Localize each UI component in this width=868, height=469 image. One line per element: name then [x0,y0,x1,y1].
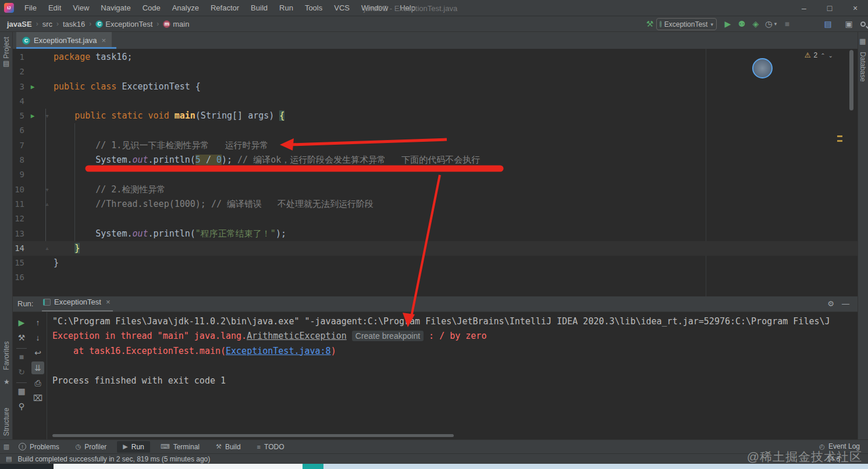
tab-label: ExceptionTest.java [34,36,97,45]
rerun-failed-icon[interactable]: ↻ [15,366,28,378]
coverage-button[interactable]: ◈ [749,18,762,30]
gutter-icons [24,270,41,285]
print-icon[interactable]: ⎙ [31,377,44,389]
toolwindow-button-terminal[interactable]: ⌨Terminal [155,441,205,453]
build-project-button[interactable]: ⚒ [643,18,656,30]
toolwindow-favorites-button[interactable]: Favorites [2,341,10,370]
layout-settings-icon[interactable]: ▦ [15,385,28,398]
code-editor[interactable]: 1package task16;23▶public class Exceptio… [13,49,858,296]
menu-refactor[interactable]: Refactor [205,1,244,15]
fold-marker[interactable]: ▵ [41,197,54,212]
error-stripe-mark[interactable] [837,135,842,137]
menu-build[interactable]: Build [246,1,273,15]
toolwindow-button-problems[interactable]: !Problems [13,441,65,453]
console-line [52,359,830,373]
restore-button[interactable]: □ [817,0,842,16]
run-anything-button[interactable]: ▣ [842,18,855,30]
console-tab-label: ExceptionTest [54,298,101,306]
console-hscrollbar[interactable] [52,434,454,437]
breadcrumb-src[interactable]: src [42,20,52,28]
clear-console-icon[interactable]: ⌧ [31,392,44,404]
tab-exceptiontest-java[interactable]: C ExceptionTest.java × [16,32,112,49]
code-text: package task16; [54,50,132,65]
menu-code[interactable]: Code [137,1,166,15]
console-tab-exceptiontest[interactable]: ExceptionTest × [43,298,111,306]
menu-run[interactable]: Run [274,1,298,15]
stop-button[interactable]: ■ [781,18,794,30]
code-line: 3▶public class ExceptionTest { [13,80,858,94]
toolwindow-button-profiler[interactable]: ◷Profiler [70,441,113,453]
menu-view[interactable]: View [67,1,94,15]
toolwindow-button-run[interactable]: ▶Run [117,441,150,453]
menu-navigate[interactable]: Navigate [95,1,136,15]
scroll-to-end-icon[interactable]: ⇊ [31,361,44,374]
run-button[interactable]: ▶ [721,18,734,30]
toolwindow-buttons: !Problems◷Profiler▶Run⌨Terminal⚒Build≡TO… [13,441,294,453]
status-message[interactable]: Build completed successfully in 2 sec, 8… [17,455,210,463]
line-number: 10 [13,182,24,197]
close-button[interactable]: × [842,0,868,16]
console-tab-close-icon[interactable]: × [106,298,111,306]
toolwindow-button-build[interactable]: ⚒Build [210,441,247,453]
folder-icon[interactable]: ▤ [3,59,9,67]
fold-marker[interactable]: ▿ [41,182,54,197]
toolwindow-project-button[interactable]: Project [2,37,10,58]
fold-marker[interactable]: ▵ [41,241,54,256]
breadcrumb-javase[interactable]: javaSE [7,20,32,28]
menu-vcs[interactable]: VCS [329,1,355,15]
taskbar-segment [54,464,303,469]
error-stripe-mark[interactable] [837,140,842,142]
menu-analyze[interactable]: Analyze [167,1,204,15]
next-stack-trace-icon[interactable]: ↓ [31,331,44,344]
database-grid-icon[interactable]: ▦ [859,37,866,45]
hide-panel-icon[interactable]: — [842,299,849,308]
breadcrumb-separator: › [89,20,91,28]
inspections-widget[interactable]: ⚠ 2 ⌃ ⌄ [805,51,833,59]
breadcrumb-separator: › [56,20,59,28]
fold-marker [41,153,54,167]
gutter-icons [24,50,41,65]
menu-file[interactable]: File [19,1,42,15]
method-icon: m [163,20,170,28]
profiler-dropdown-icon[interactable]: ▾ [773,18,778,30]
gear-icon[interactable]: ⚙ [827,299,834,308]
profiler-icon: ◷ [76,443,81,450]
breadcrumb-exceptiontest[interactable]: CExceptionTest [95,20,152,28]
minimize-button[interactable]: – [791,0,817,16]
pin-tab-icon[interactable]: ⚲ [15,400,28,413]
class-icon: C [22,37,30,45]
menu-tools[interactable]: Tools [300,1,328,15]
run-line-icon[interactable]: ▶ [31,109,35,123]
menu-edit[interactable]: Edit [43,1,66,15]
prev-error-icon[interactable]: ⌃ [820,52,825,59]
prev-stack-trace-icon[interactable]: ↑ [31,316,44,329]
fold-marker [41,80,54,94]
soft-wrap-icon[interactable]: ↩ [31,346,44,359]
build-wrench-icon[interactable]: ⚒ [15,331,28,344]
run-line-icon[interactable]: ▶ [31,80,35,94]
problems-icon: ! [19,443,26,450]
tab-close-icon[interactable]: × [101,36,106,45]
toolwindow-button-todo[interactable]: ≡TODO [251,441,290,453]
toolwindow-switcher-icon[interactable]: ▥ [0,443,13,450]
toolwindow-structure-button[interactable]: Structure [2,408,10,436]
toolwindow-database-button[interactable]: Database [859,52,867,81]
search-everywhere-button[interactable] [856,18,868,30]
stop-button[interactable]: ■ [15,350,28,363]
breadcrumb-main[interactable]: mmain [163,20,189,28]
code-line: 7 // 1.见识一下非检测性异常 运行时异常 [13,138,858,153]
rerun-button[interactable]: ▶ [15,316,28,329]
run-console[interactable]: ▶⚒■↻▦⚲ ↑↓↩⇊⎙⌧ "C:\Program Files\Java\jdk… [13,312,858,439]
star-icon[interactable]: ★ [3,378,10,386]
debug-button[interactable]: ⚉ [735,18,748,30]
console-link[interactable]: ExceptionTest.java:8 [226,346,331,356]
fold-marker[interactable]: ▿ [41,109,54,123]
editor-scrollbar[interactable] [849,50,853,110]
console-link[interactable]: ArithmeticException [247,331,347,341]
breadcrumb-separator: › [156,20,159,28]
next-error-icon[interactable]: ⌄ [828,52,833,59]
fold-marker [41,138,54,153]
breadcrumb-task16[interactable]: task16 [63,20,85,28]
toolwindows-button[interactable]: ▤ [821,18,834,30]
run-configuration-select[interactable]: ExceptionTest ▾ [656,18,717,30]
